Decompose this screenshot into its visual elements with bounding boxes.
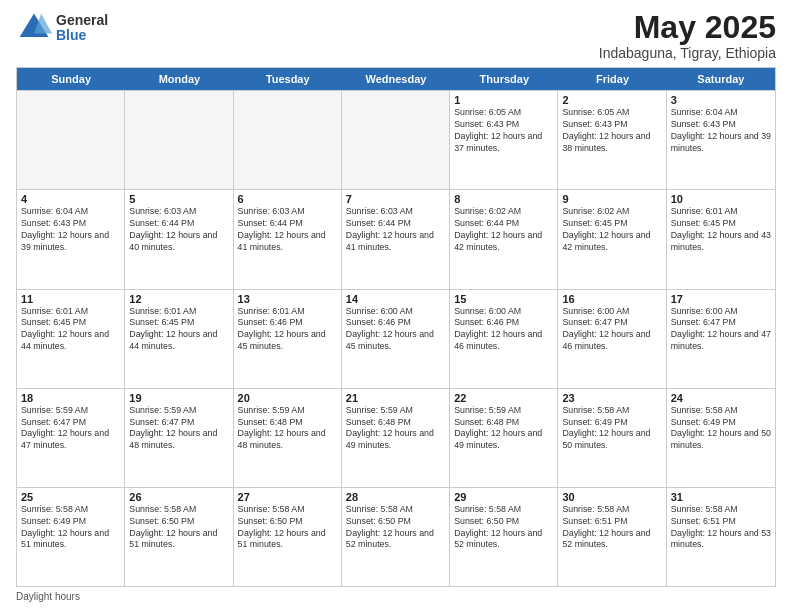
day-info-21: Sunrise: 5:59 AM Sunset: 6:48 PM Dayligh… <box>346 405 445 453</box>
calendar-row-4: 18Sunrise: 5:59 AM Sunset: 6:47 PM Dayli… <box>17 388 775 487</box>
logo: General Blue <box>16 10 108 46</box>
day-info-23: Sunrise: 5:58 AM Sunset: 6:49 PM Dayligh… <box>562 405 661 453</box>
header: General Blue May 2025 Indabaguna, Tigray… <box>16 10 776 61</box>
day-number-10: 10 <box>671 193 771 205</box>
day-info-30: Sunrise: 5:58 AM Sunset: 6:51 PM Dayligh… <box>562 504 661 552</box>
day-info-25: Sunrise: 5:58 AM Sunset: 6:49 PM Dayligh… <box>21 504 120 552</box>
empty-cell <box>17 91 125 189</box>
day-28: 28Sunrise: 5:58 AM Sunset: 6:50 PM Dayli… <box>342 488 450 586</box>
day-info-16: Sunrise: 6:00 AM Sunset: 6:47 PM Dayligh… <box>562 306 661 354</box>
day-5: 5Sunrise: 6:03 AM Sunset: 6:44 PM Daylig… <box>125 190 233 288</box>
day-number-2: 2 <box>562 94 661 106</box>
day-number-22: 22 <box>454 392 553 404</box>
calendar-row-5: 25Sunrise: 5:58 AM Sunset: 6:49 PM Dayli… <box>17 487 775 586</box>
day-number-25: 25 <box>21 491 120 503</box>
day-30: 30Sunrise: 5:58 AM Sunset: 6:51 PM Dayli… <box>558 488 666 586</box>
day-info-2: Sunrise: 6:05 AM Sunset: 6:43 PM Dayligh… <box>562 107 661 155</box>
empty-cell <box>234 91 342 189</box>
day-20: 20Sunrise: 5:59 AM Sunset: 6:48 PM Dayli… <box>234 389 342 487</box>
day-2: 2Sunrise: 6:05 AM Sunset: 6:43 PM Daylig… <box>558 91 666 189</box>
day-info-9: Sunrise: 6:02 AM Sunset: 6:45 PM Dayligh… <box>562 206 661 254</box>
footer-note: Daylight hours <box>16 591 776 602</box>
day-info-6: Sunrise: 6:03 AM Sunset: 6:44 PM Dayligh… <box>238 206 337 254</box>
day-1: 1Sunrise: 6:05 AM Sunset: 6:43 PM Daylig… <box>450 91 558 189</box>
day-number-20: 20 <box>238 392 337 404</box>
day-number-18: 18 <box>21 392 120 404</box>
day-info-20: Sunrise: 5:59 AM Sunset: 6:48 PM Dayligh… <box>238 405 337 453</box>
day-29: 29Sunrise: 5:58 AM Sunset: 6:50 PM Dayli… <box>450 488 558 586</box>
day-number-28: 28 <box>346 491 445 503</box>
weekday-sunday: Sunday <box>17 68 125 90</box>
day-number-8: 8 <box>454 193 553 205</box>
weekday-tuesday: Tuesday <box>234 68 342 90</box>
day-27: 27Sunrise: 5:58 AM Sunset: 6:50 PM Dayli… <box>234 488 342 586</box>
day-13: 13Sunrise: 6:01 AM Sunset: 6:46 PM Dayli… <box>234 290 342 388</box>
day-info-12: Sunrise: 6:01 AM Sunset: 6:45 PM Dayligh… <box>129 306 228 354</box>
day-6: 6Sunrise: 6:03 AM Sunset: 6:44 PM Daylig… <box>234 190 342 288</box>
day-info-1: Sunrise: 6:05 AM Sunset: 6:43 PM Dayligh… <box>454 107 553 155</box>
day-17: 17Sunrise: 6:00 AM Sunset: 6:47 PM Dayli… <box>667 290 775 388</box>
day-14: 14Sunrise: 6:00 AM Sunset: 6:46 PM Dayli… <box>342 290 450 388</box>
day-info-10: Sunrise: 6:01 AM Sunset: 6:45 PM Dayligh… <box>671 206 771 254</box>
day-info-26: Sunrise: 5:58 AM Sunset: 6:50 PM Dayligh… <box>129 504 228 552</box>
day-18: 18Sunrise: 5:59 AM Sunset: 6:47 PM Dayli… <box>17 389 125 487</box>
day-number-5: 5 <box>129 193 228 205</box>
calendar: SundayMondayTuesdayWednesdayThursdayFrid… <box>16 67 776 587</box>
calendar-body: 1Sunrise: 6:05 AM Sunset: 6:43 PM Daylig… <box>17 90 775 586</box>
day-info-22: Sunrise: 5:59 AM Sunset: 6:48 PM Dayligh… <box>454 405 553 453</box>
day-info-5: Sunrise: 6:03 AM Sunset: 6:44 PM Dayligh… <box>129 206 228 254</box>
day-24: 24Sunrise: 5:58 AM Sunset: 6:49 PM Dayli… <box>667 389 775 487</box>
day-10: 10Sunrise: 6:01 AM Sunset: 6:45 PM Dayli… <box>667 190 775 288</box>
day-info-15: Sunrise: 6:00 AM Sunset: 6:46 PM Dayligh… <box>454 306 553 354</box>
calendar-row-3: 11Sunrise: 6:01 AM Sunset: 6:45 PM Dayli… <box>17 289 775 388</box>
day-number-12: 12 <box>129 293 228 305</box>
day-number-7: 7 <box>346 193 445 205</box>
logo-icon <box>16 10 52 46</box>
day-info-17: Sunrise: 6:00 AM Sunset: 6:47 PM Dayligh… <box>671 306 771 354</box>
day-info-19: Sunrise: 5:59 AM Sunset: 6:47 PM Dayligh… <box>129 405 228 453</box>
day-8: 8Sunrise: 6:02 AM Sunset: 6:44 PM Daylig… <box>450 190 558 288</box>
day-number-16: 16 <box>562 293 661 305</box>
logo-text: General Blue <box>56 13 108 44</box>
day-number-15: 15 <box>454 293 553 305</box>
empty-cell <box>342 91 450 189</box>
day-info-11: Sunrise: 6:01 AM Sunset: 6:45 PM Dayligh… <box>21 306 120 354</box>
day-info-3: Sunrise: 6:04 AM Sunset: 6:43 PM Dayligh… <box>671 107 771 155</box>
day-number-29: 29 <box>454 491 553 503</box>
title-location: Indabaguna, Tigray, Ethiopia <box>599 45 776 61</box>
empty-cell <box>125 91 233 189</box>
day-number-3: 3 <box>671 94 771 106</box>
day-22: 22Sunrise: 5:59 AM Sunset: 6:48 PM Dayli… <box>450 389 558 487</box>
day-25: 25Sunrise: 5:58 AM Sunset: 6:49 PM Dayli… <box>17 488 125 586</box>
day-19: 19Sunrise: 5:59 AM Sunset: 6:47 PM Dayli… <box>125 389 233 487</box>
day-12: 12Sunrise: 6:01 AM Sunset: 6:45 PM Dayli… <box>125 290 233 388</box>
logo-general: General <box>56 13 108 28</box>
day-7: 7Sunrise: 6:03 AM Sunset: 6:44 PM Daylig… <box>342 190 450 288</box>
day-number-9: 9 <box>562 193 661 205</box>
day-number-31: 31 <box>671 491 771 503</box>
day-info-4: Sunrise: 6:04 AM Sunset: 6:43 PM Dayligh… <box>21 206 120 254</box>
calendar-row-2: 4Sunrise: 6:04 AM Sunset: 6:43 PM Daylig… <box>17 189 775 288</box>
day-number-30: 30 <box>562 491 661 503</box>
logo-blue: Blue <box>56 28 108 43</box>
weekday-wednesday: Wednesday <box>342 68 450 90</box>
day-info-31: Sunrise: 5:58 AM Sunset: 6:51 PM Dayligh… <box>671 504 771 552</box>
title-block: May 2025 Indabaguna, Tigray, Ethiopia <box>599 10 776 61</box>
day-info-27: Sunrise: 5:58 AM Sunset: 6:50 PM Dayligh… <box>238 504 337 552</box>
day-number-21: 21 <box>346 392 445 404</box>
day-number-6: 6 <box>238 193 337 205</box>
day-number-27: 27 <box>238 491 337 503</box>
day-31: 31Sunrise: 5:58 AM Sunset: 6:51 PM Dayli… <box>667 488 775 586</box>
day-11: 11Sunrise: 6:01 AM Sunset: 6:45 PM Dayli… <box>17 290 125 388</box>
day-4: 4Sunrise: 6:04 AM Sunset: 6:43 PM Daylig… <box>17 190 125 288</box>
day-9: 9Sunrise: 6:02 AM Sunset: 6:45 PM Daylig… <box>558 190 666 288</box>
day-number-13: 13 <box>238 293 337 305</box>
day-info-28: Sunrise: 5:58 AM Sunset: 6:50 PM Dayligh… <box>346 504 445 552</box>
day-number-11: 11 <box>21 293 120 305</box>
day-info-18: Sunrise: 5:59 AM Sunset: 6:47 PM Dayligh… <box>21 405 120 453</box>
day-26: 26Sunrise: 5:58 AM Sunset: 6:50 PM Dayli… <box>125 488 233 586</box>
day-15: 15Sunrise: 6:00 AM Sunset: 6:46 PM Dayli… <box>450 290 558 388</box>
day-info-8: Sunrise: 6:02 AM Sunset: 6:44 PM Dayligh… <box>454 206 553 254</box>
day-number-24: 24 <box>671 392 771 404</box>
title-month: May 2025 <box>599 10 776 45</box>
